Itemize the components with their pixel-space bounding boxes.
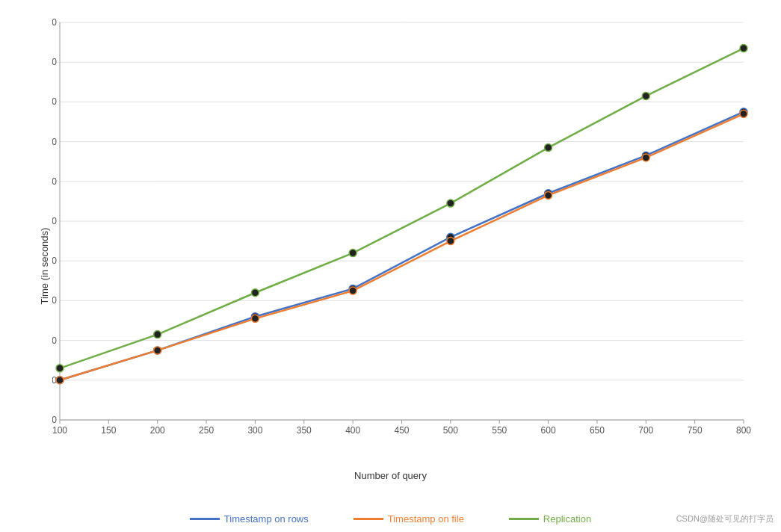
legend-item-file: Timestamp on file	[354, 513, 464, 525]
watermark-text: CSDN@随处可见的打字员	[676, 513, 774, 525]
legend-line-rows	[190, 518, 220, 520]
legend-item-replication: Replication	[509, 513, 591, 525]
x-axis-title: Number of query	[354, 470, 427, 481]
legend-label-file: Timestamp on file	[388, 513, 464, 525]
legend-line-replication	[509, 518, 539, 520]
y-axis-title: Time (in seconds)	[39, 228, 50, 305]
chart-container: Time (in seconds) Number of query Timest…	[0, 0, 781, 532]
legend-item-rows: Timestamp on rows	[190, 513, 309, 525]
legend-label-rows: Timestamp on rows	[224, 513, 309, 525]
legend-label-replication: Replication	[543, 513, 591, 525]
chart-canvas	[52, 15, 759, 450]
legend-line-file	[354, 518, 383, 520]
chart-legend: Timestamp on rows Timestamp on file Repl…	[0, 513, 781, 525]
